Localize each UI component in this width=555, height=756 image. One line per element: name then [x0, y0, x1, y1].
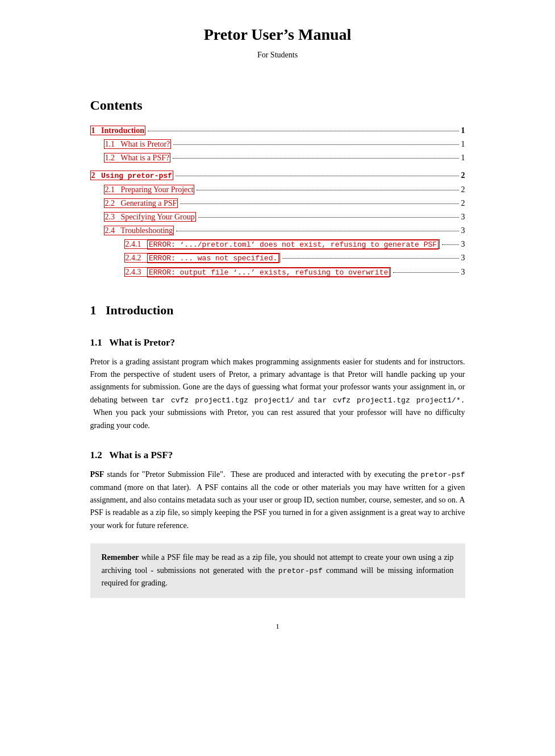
section-1-2-number: 1.2	[90, 450, 102, 460]
mono-cmd2: tar cvfz project1.tgz project1/*.	[314, 396, 465, 405]
toc-title-2-4-2: ERROR: ... was not specified.	[147, 254, 279, 263]
toc-label-2: 2 Using pretor-psf	[90, 169, 173, 182]
toc-num-2-4-2: 2.4.2	[126, 254, 141, 262]
toc-page-2-4-1: 3	[461, 238, 465, 250]
remember-mono-cmd: pretor-psf	[278, 567, 323, 575]
toc-page-2-4-2: 3	[461, 252, 465, 264]
toc-dots-2	[176, 176, 459, 176]
psf-bold: PSF	[90, 470, 105, 479]
toc-dots-2-4	[176, 231, 458, 231]
toc-entry-1-2: 1.2 What is a PSF? 1	[90, 152, 465, 164]
toc-label-1-1: 1.1 What is Pretor?	[104, 138, 172, 150]
section-1-1-title: What is Pretor?	[109, 337, 175, 348]
toc-entry-1-1: 1.1 What is Pretor? 1	[90, 138, 465, 150]
page: Pretor User’s Manual For Students Conten…	[45, 0, 511, 666]
toc-title-1: Introduction	[101, 126, 144, 135]
toc-dots-1-1	[173, 144, 458, 145]
toc-num-1-1: 1.1	[105, 140, 115, 148]
toc-title-2-3: Specifying Your Group	[121, 213, 195, 221]
toc-link-1-1[interactable]: 1.1 What is Pretor?	[104, 139, 172, 149]
toc-num-1: 1	[91, 126, 95, 135]
toc-title-2-4-3: ERROR: output file ‘...’ exists, refusin…	[147, 268, 390, 277]
section-1-number: 1	[90, 303, 97, 317]
toc-title-1-2: What is a PSF?	[120, 153, 169, 162]
toc-link-2[interactable]: 2 Using pretor-psf	[90, 171, 173, 180]
toc-num-2-2: 2.2	[105, 199, 115, 207]
toc-link-2-3[interactable]: 2.3 Specifying Your Group	[104, 212, 196, 222]
toc-entry-2-2: 2.2 Generating a PSF 2	[90, 197, 465, 209]
toc-label-2-1: 2.1 Preparing Your Project	[104, 184, 195, 196]
toc-dots-2-1	[197, 190, 458, 190]
toc-label-2-4: 2.4 Troubleshooting	[104, 225, 174, 236]
toc-title-2-1: Preparing Your Project	[121, 185, 194, 194]
toc-entry-2-4: 2.4 Troubleshooting 3	[90, 225, 465, 236]
pretor-psf-cmd: pretor-psf	[420, 471, 465, 479]
toc-label-2-4-1: 2.4.1 ERROR: ‘.../pretor.toml’ does not …	[124, 238, 440, 251]
toc-entry-2-4-1: 2.4.1 ERROR: ‘.../pretor.toml’ does not …	[90, 238, 465, 251]
toc-link-1[interactable]: 1 Introduction	[90, 126, 145, 135]
toc-entry-2: 2 Using pretor-psf 2	[90, 169, 465, 182]
toc-num-1-2: 1.2	[105, 153, 115, 162]
section-1-1-body: Pretor is a grading assistant program wh…	[90, 356, 465, 433]
toc-label-1: 1 Introduction	[90, 124, 145, 136]
toc-num-2-1: 2.1	[105, 185, 115, 194]
toc-page-1: 1	[461, 124, 465, 136]
table-of-contents: Contents 1 Introduction 1 1.1 What is Pr…	[90, 95, 465, 278]
toc-label-2-2: 2.2 Generating a PSF	[104, 197, 178, 209]
toc-page-2-1: 2	[461, 184, 465, 196]
toc-dots-2-2	[180, 203, 458, 204]
toc-entry-2-4-3: 2.4.3 ERROR: output file ‘...’ exists, r…	[90, 266, 465, 279]
toc-link-2-4-1[interactable]: 2.4.1 ERROR: ‘.../pretor.toml’ does not …	[124, 239, 440, 249]
toc-link-1-2[interactable]: 1.2 What is a PSF?	[104, 153, 171, 163]
toc-label-2-4-3: 2.4.3 ERROR: output file ‘...’ exists, r…	[124, 266, 391, 279]
toc-dots-2-4-1	[442, 244, 458, 245]
toc-page-1-1: 1	[461, 138, 465, 150]
section-1-1-number: 1.1	[90, 337, 102, 348]
toc-page-2-2: 2	[461, 197, 465, 209]
toc-label-1-2: 1.2 What is a PSF?	[104, 152, 171, 164]
toc-label-2-3: 2.3 Specifying Your Group	[104, 211, 196, 223]
toc-dots-1-2	[173, 158, 458, 159]
section-1-title: Introduction	[106, 303, 173, 317]
toc-dots-2-4-2	[282, 258, 458, 259]
toc-title-2-4-1: ERROR: ‘.../pretor.toml’ does not exist,…	[147, 240, 439, 250]
remember-text: Remember while a PSF file may be read as…	[102, 551, 454, 590]
toc-link-2-1[interactable]: 2.1 Preparing Your Project	[104, 185, 195, 194]
toc-title-2-4: Troubleshooting	[120, 226, 173, 235]
toc-page-2-4-3: 3	[461, 266, 465, 278]
section-1-2-heading: 1.2 What is a PSF?	[90, 448, 465, 463]
toc-title-2: Using pretor-psf	[101, 172, 172, 180]
toc-label-2-4-2: 2.4.2 ERROR: ... was not specified.	[124, 252, 281, 264]
toc-entry-2-1: 2.1 Preparing Your Project 2	[90, 184, 465, 196]
toc-num-2: 2	[91, 171, 95, 180]
toc-page-2-4: 3	[461, 225, 465, 236]
toc-link-2-4[interactable]: 2.4 Troubleshooting	[104, 226, 174, 235]
toc-num-2-3: 2.3	[105, 213, 115, 221]
toc-dots-2-3	[198, 217, 459, 218]
toc-num-2-4-3: 2.4.3	[126, 268, 141, 276]
toc-dots-1	[148, 131, 459, 131]
toc-link-2-4-3[interactable]: 2.4.3 ERROR: output file ‘...’ exists, r…	[124, 267, 391, 277]
section-1-heading: 1 Introduction	[90, 301, 465, 319]
toc-page-1-2: 1	[461, 152, 465, 164]
toc-link-2-4-2[interactable]: 2.4.2 ERROR: ... was not specified.	[124, 253, 281, 263]
section-1-1-heading: 1.1 What is Pretor?	[90, 335, 465, 350]
toc-num-2-4: 2.4	[105, 226, 115, 235]
toc-dots-2-4-3	[393, 272, 458, 273]
toc-title-2-2: Generating a PSF	[121, 199, 177, 207]
mono-cmd1: tar cvfz project1.tgz project1/	[152, 396, 294, 405]
document-subtitle: For Students	[90, 49, 465, 61]
toc-page-2: 2	[461, 169, 465, 181]
toc-link-2-2[interactable]: 2.2 Generating a PSF	[104, 198, 178, 208]
document-title: Pretor User’s Manual	[90, 23, 465, 47]
toc-num-2-4-1: 2.4.1	[126, 240, 141, 248]
toc-entry-2-3: 2.3 Specifying Your Group 3	[90, 211, 465, 223]
toc-entry-1: 1 Introduction 1	[90, 124, 465, 136]
contents-heading: Contents	[90, 95, 465, 115]
remember-box: Remember while a PSF file may be read as…	[90, 543, 465, 598]
page-number: 1	[90, 621, 465, 632]
toc-page-2-3: 3	[461, 211, 465, 223]
remember-bold: Remember	[102, 553, 139, 562]
toc-entry-2-4-2: 2.4.2 ERROR: ... was not specified. 3	[90, 252, 465, 264]
section-1-2-body: PSF stands for "Pretor Submission File".…	[90, 468, 465, 532]
